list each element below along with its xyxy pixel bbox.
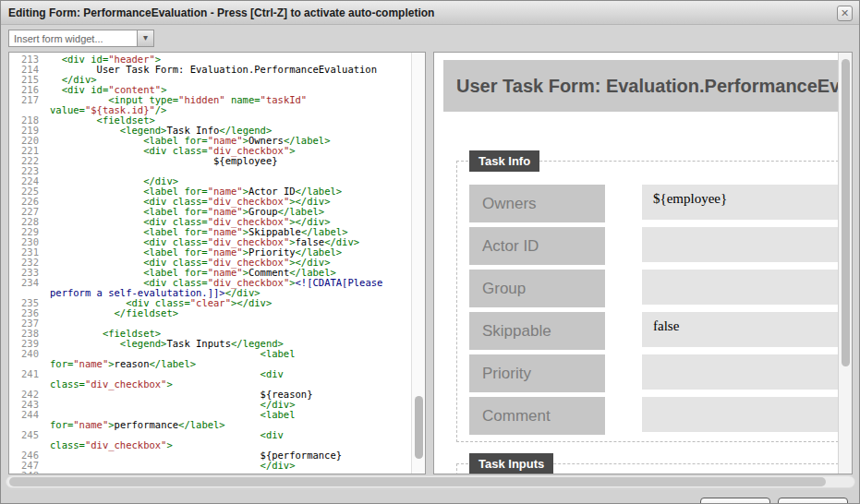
line-number: 234 — [9, 278, 39, 288]
window-title: Editing Form: PerformanceEvaluation - Pr… — [8, 6, 434, 19]
code-row: 236 </fieldset> — [9, 308, 410, 318]
form-row: Owners${employee} — [469, 185, 842, 222]
line-number: 245 — [9, 430, 39, 440]
field-value — [642, 354, 842, 390]
form-row: Actor ID — [469, 227, 842, 265]
footer-button-right[interactable] — [778, 498, 848, 504]
editor-vertical-scrollbar[interactable] — [411, 53, 425, 474]
code-text: </fieldset> — [39, 307, 178, 318]
code-editor[interactable]: 213 <div id="header">214 User Task Form:… — [8, 52, 426, 474]
preview-vertical-scrollbar[interactable] — [838, 53, 852, 474]
dialog-footer — [1, 490, 859, 504]
field-label: Comment — [469, 397, 605, 435]
task-inputs-legend: Task Inputs — [469, 453, 553, 474]
field-value — [642, 397, 842, 432]
field-label: Group — [469, 270, 605, 307]
field-value — [642, 270, 842, 305]
toolbar: Insert form widget... ▾ — [1, 26, 859, 50]
editor-scrollbar-thumb[interactable] — [415, 396, 423, 459]
code-text — [39, 470, 50, 474]
code-rows: 213 <div id="header">214 User Task Form:… — [9, 54, 410, 474]
chevron-down-icon: ▾ — [137, 30, 153, 46]
form-row: Priority — [469, 354, 842, 392]
horizontal-scrollbar[interactable] — [6, 475, 855, 488]
field-label: Owners — [469, 185, 605, 222]
field-label: Skippable — [469, 312, 605, 350]
code-text: </div> — [39, 460, 296, 471]
code-row: 222 ${employee} — [9, 156, 410, 166]
code-row: 247 </div> — [9, 461, 410, 471]
close-button[interactable]: ✕ — [837, 6, 853, 21]
form-preview-pane: User Task Form: Evaluation.PerformanceEv… — [433, 52, 853, 474]
form-row: Comment — [469, 397, 842, 435]
field-value: ${employee} — [642, 185, 842, 220]
insert-widget-select[interactable]: Insert form widget... ▾ — [8, 30, 154, 47]
line-number: 240 — [9, 349, 39, 359]
form-header: User Task Form: Evaluation.PerformanceEv… — [443, 60, 839, 112]
line-number: 217 — [9, 95, 39, 105]
code-row: 248 — [9, 471, 410, 474]
title-bar: Editing Form: PerformanceEvaluation - Pr… — [1, 1, 859, 25]
field-label: Actor ID — [469, 227, 605, 265]
horizontal-scrollbar-thumb[interactable] — [9, 477, 826, 486]
insert-widget-select-value: Insert form widget... — [9, 33, 137, 44]
form-row: Skippablefalse — [469, 312, 842, 350]
field-label: Priority — [469, 354, 605, 392]
form-editor-dialog: Editing Form: PerformanceEvaluation - Pr… — [0, 0, 860, 504]
footer-button-left[interactable] — [700, 498, 770, 504]
task-inputs-fieldset: Task Inputs — [456, 463, 848, 474]
line-number: 248 — [9, 471, 39, 474]
code-text: ${employee} — [39, 155, 278, 166]
preview-scrollbar-thumb[interactable] — [842, 59, 850, 366]
task-info-legend: Task Info — [469, 150, 539, 172]
line-number: 241 — [9, 369, 39, 379]
task-info-rows: Owners${employee}Actor IDGroupSkippablef… — [469, 185, 842, 439]
form-row: Group — [469, 270, 842, 307]
close-icon: ✕ — [841, 7, 849, 18]
field-value — [642, 227, 842, 262]
line-number: 244 — [9, 410, 39, 420]
task-info-fieldset: Task Info Owners${employee}Actor IDGroup… — [456, 161, 848, 442]
field-value: false — [642, 312, 842, 347]
